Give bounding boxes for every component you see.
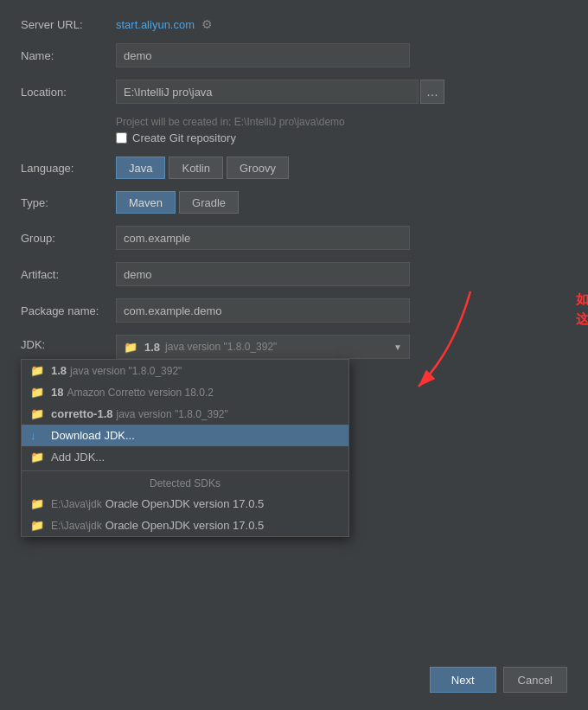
group-content	[116, 226, 567, 250]
artifact-input[interactable]	[116, 262, 410, 286]
type-gradle-button[interactable]: Gradle	[179, 191, 239, 214]
language-kotlin-button[interactable]: Kotlin	[169, 157, 223, 179]
dialog-footer: Next Cancel	[430, 667, 567, 693]
jdk-download-icon: ↓	[30, 429, 44, 442]
package-name-content	[116, 298, 567, 323]
jdk-download-option[interactable]: ↓ Download JDK...	[22, 425, 348, 446]
jdk-add-option[interactable]: 📁 Add JDK...	[22, 446, 348, 468]
git-checkbox-row: Create Git repository	[116, 131, 567, 144]
artifact-content	[116, 262, 567, 286]
jdk-dropdown-arrow: ▼	[393, 342, 402, 352]
project-path-hint: Project will be created in: E:\IntelliJ …	[116, 116, 567, 128]
server-url-row: Server URL: start.aliyun.com ⚙	[21, 17, 567, 31]
language-label: Language:	[21, 162, 116, 175]
jdk-option-1.8[interactable]: 📁 1.8 java version "1.8.0_392"	[22, 360, 348, 381]
detected-sdks-header: Detected SDKs	[22, 474, 348, 493]
name-label: Name:	[21, 49, 116, 62]
jdk-label: JDK:	[21, 335, 116, 351]
package-name-label: Package name:	[21, 304, 116, 317]
type-label: Type:	[21, 196, 116, 209]
artifact-label: Artifact:	[21, 268, 116, 281]
jdk-add-label: Add JDK...	[51, 451, 105, 464]
group-label: Group:	[21, 232, 116, 245]
name-row: Name:	[21, 43, 567, 67]
dropdown-divider	[22, 470, 348, 471]
location-content: …	[116, 80, 567, 104]
language-row: Language: Java Kotlin Groovy	[21, 157, 567, 179]
detected-jdk-icon-2: 📁	[30, 519, 44, 532]
type-row: Type: Maven Gradle	[21, 191, 567, 214]
language-java-button[interactable]: Java	[116, 157, 165, 179]
jdk-dropdown-menu: 📁 1.8 java version "1.8.0_392" 📁 18 Amaz…	[21, 359, 349, 537]
jdk-selected-detail: java version "1.8.0_392"	[165, 341, 277, 353]
next-button[interactable]: Next	[430, 667, 496, 693]
detected-jdk-1[interactable]: 📁 E:\Java\jdk Oracle OpenJDK version 17.…	[22, 493, 348, 515]
jdk-dropdown-selected[interactable]: 📁 1.8 java version "1.8.0_392" ▼	[116, 335, 410, 359]
group-row: Group:	[21, 226, 567, 250]
jdk-option-18[interactable]: 📁 18 Amazon Corretto version 18.0.2	[22, 381, 348, 403]
location-browse-button[interactable]: …	[420, 80, 444, 104]
server-url-link[interactable]: start.aliyun.com	[116, 18, 195, 31]
location-input[interactable]	[116, 80, 419, 104]
name-content	[116, 43, 567, 67]
gear-icon[interactable]: ⚙	[201, 17, 213, 31]
type-maven-button[interactable]: Maven	[116, 191, 176, 214]
jdk-folder-icon-3: 📁	[30, 407, 44, 420]
jdk-selected-icon: 📁	[124, 341, 137, 354]
detected-jdk-icon-1: 📁	[30, 497, 44, 510]
language-buttons: Java Kotlin Groovy	[116, 157, 567, 179]
git-checkbox[interactable]	[116, 132, 127, 144]
annotation-bubble: 如果没有jdk1.8可以来这里下载	[576, 290, 588, 329]
jdk-option-corretto-1.8[interactable]: 📁 corretto-1.8 java version "1.8.0_392"	[22, 403, 348, 425]
detected-jdk-2[interactable]: 📁 E:\Java\jdk Oracle OpenJDK version 17.…	[22, 515, 348, 536]
jdk-add-icon: 📁	[30, 451, 44, 464]
jdk-selected-version: 1.8	[144, 341, 160, 354]
server-url-label: Server URL:	[21, 18, 116, 31]
git-checkbox-label[interactable]: Create Git repository	[132, 131, 236, 144]
jdk-row: JDK: 📁 1.8 java version "1.8.0_392" ▼ 📁 …	[21, 335, 567, 359]
name-input[interactable]	[116, 43, 410, 67]
location-row: Location: …	[21, 80, 567, 104]
server-url-content: start.aliyun.com ⚙	[116, 17, 567, 31]
jdk-content: 📁 1.8 java version "1.8.0_392" ▼ 📁 1.8 j…	[116, 335, 567, 359]
group-input[interactable]	[116, 226, 410, 250]
package-name-input[interactable]	[116, 298, 410, 323]
jdk-folder-icon-1: 📁	[30, 364, 44, 377]
new-project-dialog: Server URL: start.aliyun.com ⚙ Name: Loc…	[0, 0, 588, 710]
cancel-button[interactable]: Cancel	[503, 667, 567, 693]
language-groovy-button[interactable]: Groovy	[227, 157, 289, 179]
artifact-row: Artifact:	[21, 262, 567, 286]
location-label: Location:	[21, 86, 116, 99]
package-name-row: Package name: 如果没有jdk1.8可以来这里下载	[21, 298, 567, 323]
annotation-text: 如果没有jdk1.8可以来这里下载	[576, 291, 588, 326]
type-buttons: Maven Gradle	[116, 191, 567, 214]
jdk-download-label: Download JDK...	[51, 429, 135, 442]
jdk-folder-icon-2: 📁	[30, 386, 44, 399]
